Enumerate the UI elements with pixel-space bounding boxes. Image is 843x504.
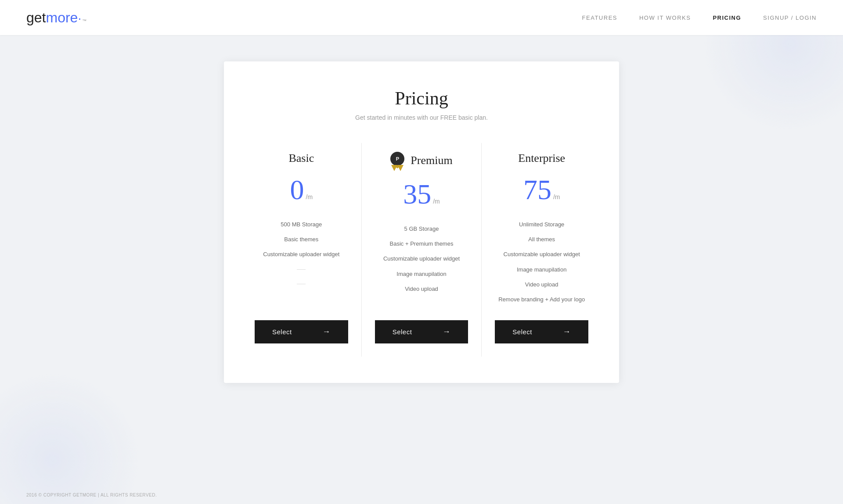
plan-basic-features: 500 MB Storage Basic themes Customizable… <box>255 217 348 307</box>
plan-premium-price-container: 35 /m <box>403 180 440 208</box>
feature-video-enterprise: Video upload <box>495 277 588 292</box>
feature-video-premium: Video upload <box>375 282 468 297</box>
enterprise-select-button[interactable]: Select → <box>495 320 588 343</box>
plan-premium-unit: /m <box>433 198 440 205</box>
logo-more: more <box>46 10 78 26</box>
pricing-card: Pricing Get started in minutes with our … <box>224 61 619 383</box>
nav-signup-login[interactable]: SIGNUP / LOGIN <box>763 14 817 21</box>
premium-select-label: Select <box>393 328 412 336</box>
plan-basic-unit: /m <box>306 193 313 200</box>
plan-premium-price: 35 <box>403 180 431 208</box>
feature-widget-enterprise: Customizable uploader widget <box>495 247 588 262</box>
feature-unavailable-1 <box>255 262 348 277</box>
premium-ribbon-icon <box>391 165 403 171</box>
plan-basic-price-container: 0 /m <box>290 176 313 204</box>
premium-badge: P <box>390 152 404 166</box>
premium-badge-letter: P <box>396 156 399 161</box>
header: getmore·™ FEATURES HOW IT WORKS PRICING … <box>0 0 843 35</box>
basic-arrow-icon: → <box>322 327 331 336</box>
logo-get: get <box>26 10 46 26</box>
plan-enterprise-name: Enterprise <box>518 152 565 165</box>
plans-container: Basic 0 /m 500 MB Storage Basic themes C… <box>241 143 602 357</box>
svg-marker-0 <box>391 165 397 171</box>
pricing-title: Pricing <box>241 88 602 109</box>
pricing-subtitle: Get started in minutes with our FREE bas… <box>241 114 602 121</box>
plan-premium-name: P Premium <box>390 152 452 169</box>
feature-storage-premium: 5 GB Storage <box>375 222 468 236</box>
logo-dot: · <box>78 11 81 25</box>
plan-enterprise-price-container: 75 /m <box>523 176 560 204</box>
plan-enterprise: Enterprise 75 /m Unlimited Storage All t… <box>482 143 602 357</box>
plan-basic-price: 0 <box>290 176 304 204</box>
main-content: Pricing Get started in minutes with our … <box>0 35 843 409</box>
basic-select-label: Select <box>272 328 292 336</box>
plan-enterprise-features: Unlimited Storage All themes Customizabl… <box>495 217 588 307</box>
plan-basic-name: Basic <box>288 152 314 165</box>
feature-themes-premium: Basic + Premium themes <box>375 236 468 251</box>
feature-themes: Basic themes <box>255 232 348 247</box>
main-nav: FEATURES HOW IT WORKS PRICING SIGNUP / L… <box>582 14 817 21</box>
footer-text: 2016 © COPYRIGHT GETMORE | ALL RIGHTS RE… <box>26 493 157 497</box>
feature-widget: Customizable uploader widget <box>255 247 348 262</box>
enterprise-arrow-icon: → <box>563 327 571 336</box>
feature-widget-premium: Customizable uploader widget <box>375 251 468 266</box>
feature-image-enterprise: Image manupilation <box>495 262 588 277</box>
feature-storage-enterprise: Unlimited Storage <box>495 217 588 232</box>
footer: 2016 © COPYRIGHT GETMORE | ALL RIGHTS RE… <box>0 486 843 504</box>
feature-themes-enterprise: All themes <box>495 232 588 247</box>
feature-storage: 500 MB Storage <box>255 217 348 232</box>
logo[interactable]: getmore·™ <box>26 10 86 26</box>
plan-premium-features: 5 GB Storage Basic + Premium themes Cust… <box>375 222 468 307</box>
feature-unavailable-2 <box>255 277 348 291</box>
basic-select-button[interactable]: Select → <box>255 320 348 343</box>
nav-pricing[interactable]: PRICING <box>713 14 741 21</box>
feature-branding-enterprise: Remove branding + Add your logo <box>495 292 588 307</box>
plan-basic: Basic 0 /m 500 MB Storage Basic themes C… <box>241 143 362 357</box>
enterprise-select-label: Select <box>512 328 532 336</box>
logo-tm: ™ <box>82 18 86 23</box>
plan-enterprise-price: 75 <box>523 176 551 204</box>
nav-features[interactable]: FEATURES <box>582 14 617 21</box>
plan-premium: P Premium 35 /m 5 GB Storage Basic <box>362 143 482 357</box>
premium-arrow-icon: → <box>443 327 451 336</box>
premium-select-button[interactable]: Select → <box>375 320 468 343</box>
feature-image-premium: Image manupilation <box>375 267 468 282</box>
svg-marker-1 <box>397 165 403 171</box>
nav-how-it-works[interactable]: HOW IT WORKS <box>639 14 691 21</box>
plan-enterprise-unit: /m <box>553 193 560 200</box>
